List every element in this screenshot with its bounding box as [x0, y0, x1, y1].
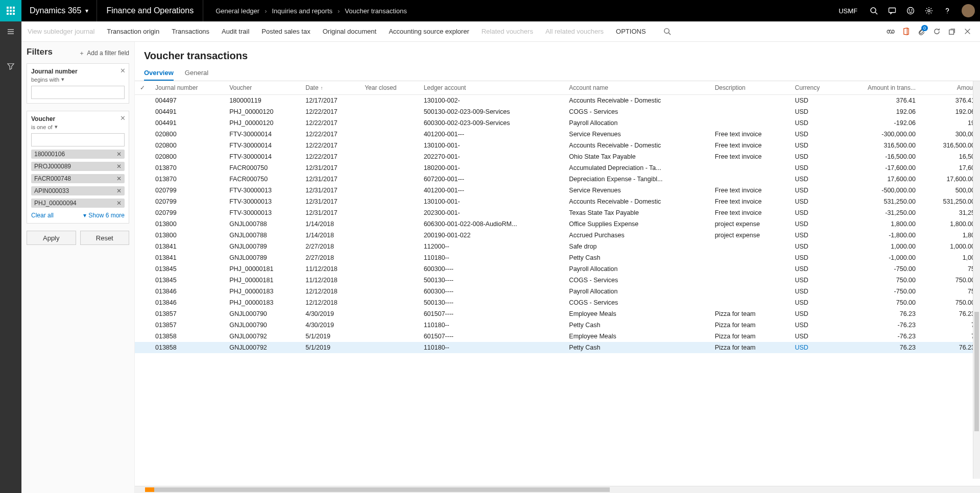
search-icon[interactable]: [865, 0, 883, 21]
svg-rect-1: [10, 7, 12, 9]
breadcrumb: General ledger › Inquiries and reports ›…: [203, 7, 407, 15]
chat-icon[interactable]: [883, 0, 901, 21]
accounting-source-explorer-button[interactable]: Accounting source explorer: [383, 21, 475, 41]
svg-point-14: [912, 10, 912, 10]
chevron-right-icon: ›: [338, 7, 340, 15]
link-icon[interactable]: [883, 24, 898, 39]
svg-point-20: [664, 29, 668, 33]
brand-dropdown[interactable]: Dynamics 365 ▾: [21, 0, 97, 21]
original-document-button[interactable]: Original document: [317, 21, 383, 41]
left-rail: [0, 21, 21, 42]
topbar-right: USMF: [831, 0, 980, 21]
options-button[interactable]: OPTIONS: [610, 21, 652, 41]
svg-rect-3: [7, 10, 9, 12]
svg-point-9: [871, 8, 876, 13]
breadcrumb-item[interactable]: Inquiries and reports: [272, 7, 333, 15]
svg-point-15: [928, 10, 930, 12]
all-related-vouchers-button: All related vouchers: [539, 21, 610, 41]
company-picker[interactable]: USMF: [831, 7, 865, 15]
refresh-icon[interactable]: [929, 24, 944, 39]
close-icon[interactable]: [960, 24, 975, 39]
brand-label: Dynamics 365: [30, 6, 81, 15]
popout-icon[interactable]: [944, 24, 960, 39]
action-pane: View subledger journal Transaction origi…: [0, 21, 980, 42]
breadcrumb-item[interactable]: Voucher transactions: [345, 7, 407, 15]
svg-rect-5: [13, 10, 15, 12]
svg-rect-7: [10, 13, 12, 15]
posted-sales-tax-button[interactable]: Posted sales tax: [255, 21, 316, 41]
svg-rect-2: [13, 7, 15, 9]
transaction-origin-button[interactable]: Transaction origin: [101, 21, 165, 41]
breadcrumb-item[interactable]: General ledger: [216, 7, 259, 15]
transactions-button[interactable]: Transactions: [165, 21, 216, 41]
chevron-right-icon: ›: [265, 7, 267, 15]
avatar[interactable]: [962, 4, 975, 17]
svg-rect-4: [10, 10, 12, 12]
svg-point-16: [947, 13, 947, 13]
svg-rect-6: [7, 13, 9, 15]
smiley-icon[interactable]: [901, 0, 920, 21]
svg-line-10: [875, 12, 877, 14]
svg-rect-24: [949, 30, 954, 34]
action-search-icon[interactable]: [657, 21, 677, 41]
hamburger-icon[interactable]: [0, 21, 21, 42]
svg-rect-11: [889, 8, 896, 13]
svg-rect-8: [13, 13, 15, 15]
svg-point-12: [907, 8, 914, 14]
svg-rect-0: [7, 7, 9, 9]
audit-trail-button[interactable]: Audit trail: [216, 21, 255, 41]
app-launcher-icon[interactable]: [0, 0, 21, 21]
help-icon[interactable]: [938, 0, 957, 21]
module-label: Finance and Operations: [97, 0, 203, 21]
attachment-count-badge: 0: [921, 25, 928, 31]
view-subledger-button: View subledger journal: [21, 21, 101, 41]
topbar: Dynamics 365 ▾ Finance and Operations Ge…: [0, 0, 980, 21]
gear-icon[interactable]: [920, 0, 938, 21]
related-vouchers-button: Related vouchers: [475, 21, 539, 41]
attachments-icon[interactable]: 0: [914, 24, 929, 39]
svg-line-21: [668, 33, 671, 35]
svg-point-13: [909, 10, 910, 10]
office-icon[interactable]: [898, 24, 914, 39]
chevron-down-icon: ▾: [85, 7, 88, 14]
